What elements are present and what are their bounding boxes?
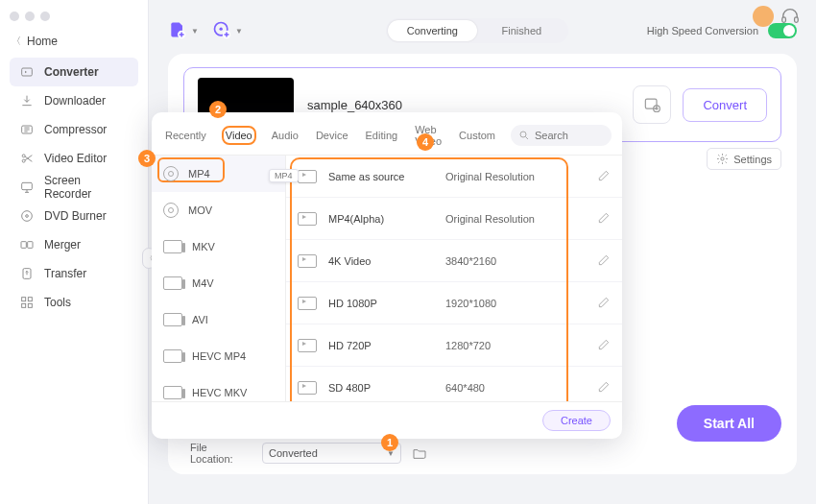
video-icon [298,339,317,352]
format-label: MP4 [188,168,210,180]
format-search[interactable] [511,125,612,146]
close-dot[interactable] [10,12,19,21]
transfer-icon [19,266,35,281]
format-item-m4v[interactable]: M4V [152,265,285,301]
edit-icon[interactable] [597,169,611,184]
format-label: MKV [192,241,215,252]
output-preset-button[interactable] [633,85,671,124]
grid-icon [19,295,35,310]
format-item-mkv[interactable]: MKV [152,228,285,265]
svg-rect-15 [795,17,799,22]
start-all-button[interactable]: Start All [677,405,781,442]
file-location-select[interactable]: Converted ▼ [262,443,401,464]
sidebar-item-screen-recorder[interactable]: Screen Recorder [10,173,138,202]
popover-tabs: Recently Video Audio Device Editing Web … [152,112,622,156]
converter-icon [19,64,35,80]
edit-icon[interactable] [597,211,611,227]
tab-recently[interactable]: Recently [163,128,208,143]
sidebar-nav: Converter Downloader Compressor Video Ed… [0,58,148,317]
add-file-button[interactable]: ▼ [168,20,199,42]
add-file-icon [168,20,187,42]
convert-button[interactable]: Convert [683,88,767,122]
tab-audio[interactable]: Audio [270,128,300,143]
video-icon [298,212,317,226]
svg-rect-7 [21,242,26,249]
option-resolution: Original Resolution [445,171,535,182]
format-item-hevc-mp4[interactable]: HEVC MP4 [152,338,285,374]
sidebar: 〈 Home Converter Downloader Compressor V… [0,0,149,504]
format-label: AVI [192,314,208,325]
add-disc-button[interactable]: ▼ [212,20,243,42]
high-speed-toggle[interactable] [768,23,797,38]
option-row[interactable]: MP4(Alpha)Original Resolution [286,198,622,240]
edit-icon[interactable] [597,253,611,269]
home-label: Home [27,35,58,48]
option-list: Same as sourceOriginal Resolution MP4(Al… [286,156,622,401]
disc-icon [163,166,179,181]
format-item-mp4[interactable]: MP4 [152,156,285,192]
option-name: 4K Video [328,255,445,267]
sidebar-item-label: Tools [44,296,71,309]
high-speed-label: High Speed Conversion [647,25,758,36]
film-icon [163,386,182,399]
format-label: HEVC MP4 [192,350,246,362]
sidebar-item-tools[interactable]: Tools [10,288,138,317]
tab-device[interactable]: Device [314,128,350,143]
svg-rect-14 [782,17,786,22]
sidebar-item-label: Compressor [44,123,107,136]
scissors-icon [19,151,35,166]
tab-finished[interactable]: Finished [477,20,566,41]
svg-point-22 [721,157,724,160]
svg-point-24 [520,132,526,137]
option-row[interactable]: Same as sourceOriginal Resolution [286,156,622,198]
svg-rect-20 [646,99,658,108]
format-item-mov[interactable]: MOV [152,192,285,228]
tab-custom[interactable]: Custom [457,128,497,143]
format-list: MP4 MOV MKV M4V AVI HEVC MP4 HEVC MKV [152,156,286,401]
tab-editing[interactable]: Editing [364,128,400,143]
sidebar-item-video-editor[interactable]: Video Editor [10,144,138,173]
option-row[interactable]: HD 1080P1920*1080 [286,282,622,324]
svg-rect-13 [28,303,32,307]
home-link[interactable]: 〈 Home [0,29,148,58]
settings-button[interactable]: Settings [707,148,781,170]
svg-point-18 [219,27,222,30]
format-item-hevc-mkv[interactable]: HEVC MKV [152,374,285,401]
zoom-dot[interactable] [40,12,50,21]
option-row[interactable]: SD 480P640*480 [286,367,622,401]
option-row[interactable]: 4K Video3840*2160 [286,240,622,282]
settings-label: Settings [733,154,772,165]
minimize-dot[interactable] [25,12,35,21]
disc-icon [19,208,35,224]
open-folder-icon[interactable] [411,444,428,462]
format-tooltip-badge: MP4 [269,169,299,182]
sidebar-item-transfer[interactable]: Transfer [10,259,138,288]
tab-video[interactable]: Video [222,126,256,145]
sidebar-item-label: Merger [44,238,81,252]
sidebar-item-merger[interactable]: Merger [10,230,138,259]
video-icon [298,381,317,395]
edit-icon[interactable] [597,380,611,396]
edit-icon[interactable] [597,296,611,311]
svg-point-2 [22,155,25,157]
format-item-avi[interactable]: AVI [152,301,285,338]
file-location-value: Converted [269,447,318,459]
annotation-bubble-1: 1 [381,434,398,451]
tab-converting[interactable]: Converting [388,20,477,41]
search-input[interactable] [535,130,604,141]
sidebar-item-compressor[interactable]: Compressor [10,115,138,144]
status-segmented: Converting Finished [386,18,568,43]
video-icon [298,297,317,310]
film-icon [163,349,182,363]
svg-point-3 [22,159,25,162]
sidebar-item-downloader[interactable]: Downloader [10,86,138,115]
sidebar-item-label: Transfer [44,267,86,280]
option-row[interactable]: HD 720P1280*720 [286,324,622,367]
film-icon [163,276,182,290]
sidebar-item-dvd-burner[interactable]: DVD Burner [10,202,138,230]
create-button[interactable]: Create [542,410,611,431]
option-resolution: 1920*1080 [445,298,496,309]
edit-icon[interactable] [597,338,611,353]
format-popover: Recently Video Audio Device Editing Web … [152,112,622,439]
sidebar-item-converter[interactable]: Converter [10,58,138,86]
